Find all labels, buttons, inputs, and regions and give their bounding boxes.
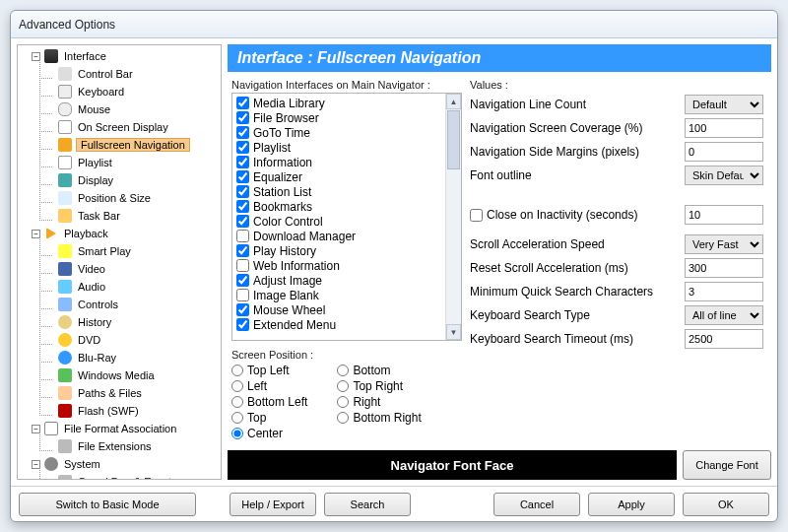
value-row-reset-scroll-acceleration-ms-: Reset Scroll Acceleration (ms) [470,256,763,280]
radio-left[interactable]: Left [231,378,307,394]
nav-item-playlist[interactable]: Playlist [234,140,459,155]
value-input[interactable] [685,118,763,138]
tree-label: Interface [62,50,108,62]
screen-position-radio[interactable] [337,412,349,424]
nav-item-media-library[interactable]: Media Library [234,96,459,110]
radio-top-left[interactable]: Top Left [231,363,307,378]
value-input[interactable] [685,142,763,162]
nav-item-information[interactable]: Information [234,155,459,169]
tree-item-file-extensions[interactable]: File Extensions [18,437,221,455]
nav-item-goto-time[interactable]: GoTo Time [234,125,459,140]
screen-position-radio[interactable] [231,365,243,376]
nav-item-checkbox[interactable] [236,289,249,301]
close-inactivity-input[interactable] [685,205,763,225]
screen-position-radio[interactable] [337,396,349,408]
switch-basic-button[interactable]: Switch to Basic Mode [19,493,196,516]
nav-item-checkbox[interactable] [236,126,249,139]
screen-position-radio[interactable] [231,380,243,392]
radio-right[interactable]: Right [337,394,421,410]
screen-position-radio[interactable] [231,396,243,408]
nav-item-checkbox[interactable] [236,200,249,213]
search-button[interactable]: Search [324,493,411,516]
nav-item-checkbox[interactable] [236,185,249,198]
nav-item-label: Mouse Wheel [253,303,325,317]
tree-label: Display [76,174,115,186]
nav-item-download-manager[interactable]: Download Manager [234,229,459,243]
nav-item-checkbox[interactable] [236,318,249,331]
nav-interfaces-list[interactable]: Media LibraryFile BrowserGoTo TimePlayli… [231,93,462,341]
value-row-minimum-quick-search-characters: Minimum Quick Search Characters [470,280,763,303]
scrollbar[interactable]: ▲ ▼ [445,94,461,340]
nav-item-extended-menu[interactable]: Extended Menu [234,317,459,332]
radio-label: Right [353,395,380,409]
screen-position-radio[interactable] [231,428,243,439]
nav-item-checkbox[interactable] [236,244,249,257]
nav-item-equalizer[interactable]: Equalizer [234,169,459,184]
radio-bottom-right[interactable]: Bottom Right [337,410,421,426]
nav-item-checkbox[interactable] [236,141,249,154]
tree-label: On Screen Display [76,121,170,133]
value-select[interactable]: Skin Default [685,166,763,185]
nav-item-station-list[interactable]: Station List [234,184,459,199]
tree-icon [57,137,73,153]
apply-button[interactable]: Apply [588,493,675,516]
change-font-button[interactable]: Change Font [683,450,771,480]
radio-bottom-left[interactable]: Bottom Left [231,394,307,410]
screen-position-radio[interactable] [337,365,349,376]
value-input[interactable] [685,329,763,349]
nav-item-mouse-wheel[interactable]: Mouse Wheel [234,302,459,317]
nav-item-label: Information [253,156,312,169]
nav-item-color-control[interactable]: Color Control [234,214,459,229]
radio-center[interactable]: Center [231,426,307,441]
nav-item-checkbox[interactable] [236,230,249,242]
ok-button[interactable]: OK [683,493,769,516]
scroll-up-icon[interactable]: ▲ [446,94,461,109]
tree-label: Video [76,263,107,275]
nav-item-checkbox[interactable] [236,111,249,124]
value-row-navigation-screen-coverage-: Navigation Screen Coverage (%) [470,116,763,140]
help-export-button[interactable]: Help / Export [230,493,316,516]
screen-position-radio[interactable] [231,412,243,424]
nav-item-image-blank[interactable]: Image Blank [234,288,459,302]
nav-item-checkbox[interactable] [236,170,249,183]
tree-icon [57,243,73,259]
scroll-down-icon[interactable]: ▼ [446,324,461,340]
value-input[interactable] [685,282,763,301]
nav-item-checkbox[interactable] [236,274,249,287]
tree-item-task-bar[interactable]: Task Bar [18,207,221,225]
screen-position-radio[interactable] [337,380,349,392]
value-row-font-outline: Font outlineSkin Default [470,164,763,187]
radio-top[interactable]: Top [231,410,307,426]
value-row-keyboard-search-type: Keyboard Search TypeAll of line [470,303,763,327]
tree-label: System [62,458,102,470]
tree-icon [57,190,73,206]
tree-label: Playlist [76,157,114,168]
close-inactivity-checkbox[interactable] [470,209,483,222]
tree-label: File Extensions [76,440,154,452]
value-select[interactable]: Very Fast [685,234,763,254]
scroll-thumb[interactable] [447,110,460,169]
nav-item-file-browser[interactable]: File Browser [234,110,459,125]
nav-item-play-history[interactable]: Play History [234,243,459,258]
value-select[interactable]: Default [685,95,763,114]
nav-item-adjust-image[interactable]: Adjust Image [234,273,459,288]
tree-item-flash-swf-[interactable]: Flash (SWF) [18,402,221,420]
nav-item-checkbox[interactable] [236,303,249,316]
options-tree[interactable]: −InterfaceControl BarKeyboardMouseOn Scr… [17,44,222,480]
nav-item-checkbox[interactable] [236,97,249,109]
tree-item-guard-dog-events[interactable]: Guard Dog & Events [18,473,221,479]
cancel-button[interactable]: Cancel [493,493,580,516]
radio-bottom[interactable]: Bottom [337,363,421,378]
value-select[interactable]: All of line [685,305,763,325]
titlebar[interactable]: Advanced Options [11,11,777,38]
nav-item-web-information[interactable]: Web Information [234,258,459,273]
nav-item-checkbox[interactable] [236,156,249,168]
advanced-options-window: Advanced Options −InterfaceControl BarKe… [10,10,778,522]
nav-item-checkbox[interactable] [236,215,249,228]
value-input[interactable] [685,258,763,278]
nav-item-bookmarks[interactable]: Bookmarks [234,199,459,214]
tree-icon [57,385,73,401]
nav-item-checkbox[interactable] [236,259,249,272]
radio-top-right[interactable]: Top Right [337,378,421,394]
radio-label: Top Left [247,364,290,377]
